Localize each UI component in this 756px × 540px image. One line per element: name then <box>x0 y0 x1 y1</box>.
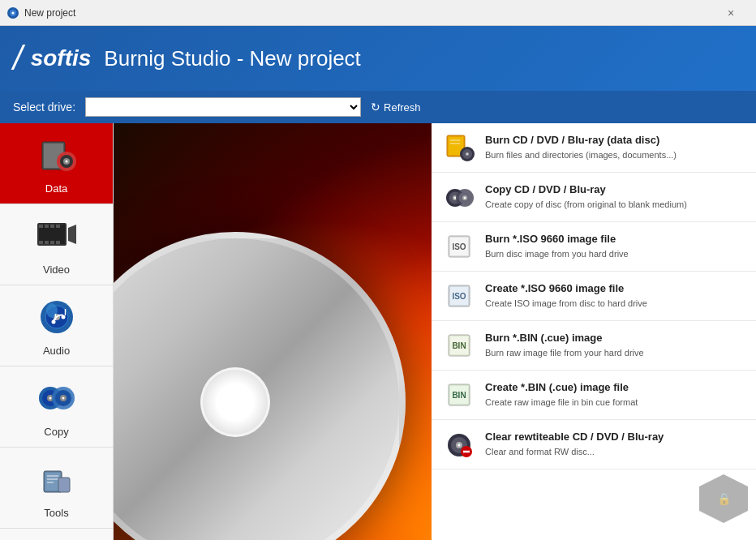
content-area: Burn CD / DVD / Blu-ray (data disc) Burn… <box>114 123 756 540</box>
logo-slash: / <box>13 41 23 75</box>
title-bar: New project × <box>0 0 756 26</box>
svg-point-57 <box>464 197 466 199</box>
watermark-shield: 🔒 <box>699 474 748 523</box>
svg-text:ISO: ISO <box>452 242 466 251</box>
copy-icon <box>34 375 79 421</box>
data-icon <box>34 132 79 178</box>
sidebar-item-data[interactable]: Data <box>0 123 113 204</box>
burn-cd-dvd-icon <box>443 131 475 164</box>
video-icon <box>34 213 79 259</box>
svg-marker-11 <box>68 225 76 244</box>
svg-text:ISO: ISO <box>452 292 466 301</box>
create-bin-desc: Create raw image file in bin cue format <box>485 396 745 408</box>
tools-icon <box>34 456 79 502</box>
svg-point-24 <box>51 320 55 324</box>
create-iso-desc: Create ISO image from disc to hard drive <box>485 298 745 309</box>
drive-label: Select drive: <box>13 101 75 114</box>
menu-item-clear-rw[interactable]: Clear rewtiteable CD / DVD / Blu-ray Cle… <box>432 420 756 469</box>
sidebar-item-tools-label: Tools <box>44 507 68 519</box>
svg-point-35 <box>62 397 64 400</box>
menu-item-burn-bin[interactable]: BIN Burn *.BIN (.cue) image Burn raw ima… <box>432 321 756 371</box>
create-iso-title: Create *.ISO 9660 image file <box>485 282 745 296</box>
svg-rect-19 <box>56 241 60 244</box>
clear-rw-desc: Clear and format RW disc... <box>485 446 745 457</box>
burn-bin-title: Burn *.BIN (.cue) image <box>485 332 745 345</box>
watermark-label: anxz.com <box>707 523 741 532</box>
copy-cd-dvd-title: Copy CD / DVD / Blu-ray <box>485 183 745 197</box>
burn-bin-text: Burn *.BIN (.cue) image Burn raw image f… <box>485 332 745 358</box>
svg-point-31 <box>49 397 51 400</box>
burn-iso-desc: Burn disc image from you hard drive <box>485 248 745 259</box>
refresh-label: Refresh <box>384 101 421 114</box>
refresh-button[interactable]: ↻ Refresh <box>371 101 421 114</box>
svg-rect-12 <box>39 225 43 228</box>
menu-item-copy-cd-dvd[interactable]: Copy CD / DVD / Blu-ray Create copy of d… <box>432 173 756 222</box>
burn-bin-desc: Burn raw image file from your hard drive <box>485 347 745 358</box>
sidebar-item-audio-label: Audio <box>43 345 70 357</box>
create-bin-title: Create *.BIN (.cue) image file <box>485 381 745 395</box>
sidebar-item-video[interactable]: Video <box>0 204 113 285</box>
svg-rect-14 <box>50 225 54 228</box>
title-bar-left: New project <box>6 6 75 19</box>
svg-rect-41 <box>58 478 70 492</box>
burn-cd-dvd-text: Burn CD / DVD / Blu-ray (data disc) Burn… <box>485 134 745 161</box>
svg-point-53 <box>454 197 456 199</box>
burn-bin-icon: BIN <box>443 329 475 362</box>
svg-text:🔒: 🔒 <box>717 492 732 506</box>
sidebar: Data Video <box>0 123 114 540</box>
burn-iso-icon: ISO <box>443 230 475 263</box>
svg-point-73 <box>458 444 461 447</box>
sidebar-item-copy-label: Copy <box>44 426 68 438</box>
drive-bar: Select drive: ↻ Refresh <box>0 91 756 123</box>
svg-point-25 <box>61 315 65 319</box>
menu-item-create-bin[interactable]: BIN Create *.BIN (.cue) image file Creat… <box>432 371 756 420</box>
drive-select[interactable] <box>85 97 361 117</box>
svg-point-2 <box>12 11 15 14</box>
sidebar-item-copy[interactable]: Copy <box>0 366 113 448</box>
app-title: Burnig Studio - New project <box>104 46 360 71</box>
menu-item-burn-cd-dvd[interactable]: Burn CD / DVD / Blu-ray (data disc) Burn… <box>432 123 756 173</box>
burn-cd-dvd-desc: Burn files and directories (images, docu… <box>485 149 745 161</box>
svg-text:BIN: BIN <box>452 341 466 350</box>
burn-iso-text: Burn *.ISO 9660 image file Burn disc ima… <box>485 233 745 259</box>
sidebar-item-tools[interactable]: Tools <box>0 448 113 529</box>
app-header: / softis Burnig Studio - New project <box>0 26 756 91</box>
copy-cd-dvd-text: Copy CD / DVD / Blu-ray Create copy of d… <box>485 183 745 210</box>
menu-item-create-iso[interactable]: ISO Create *.ISO 9660 image file Create … <box>432 272 756 321</box>
logo-name: softis <box>31 45 92 71</box>
menu-item-burn-iso[interactable]: ISO Burn *.ISO 9660 image file Burn disc… <box>432 222 756 272</box>
watermark: 🔒 anxz.com <box>699 474 748 532</box>
clear-rw-title: Clear rewtiteable CD / DVD / Blu-ray <box>485 431 745 444</box>
sidebar-item-audio[interactable]: Audio <box>0 285 113 366</box>
svg-rect-16 <box>39 241 43 244</box>
burn-iso-title: Burn *.ISO 9660 image file <box>485 233 745 246</box>
sidebar-item-data-label: Data <box>45 182 67 195</box>
create-iso-text: Create *.ISO 9660 image file Create ISO … <box>485 282 745 309</box>
svg-point-8 <box>65 161 67 163</box>
sidebar-item-video-label: Video <box>43 264 70 276</box>
main-area: Data Video <box>0 123 756 540</box>
svg-rect-17 <box>45 241 49 244</box>
app-icon <box>6 6 19 19</box>
audio-icon <box>34 294 79 340</box>
logo-area: / softis <box>13 41 91 75</box>
burn-cd-dvd-title: Burn CD / DVD / Blu-ray (data disc) <box>485 134 745 148</box>
create-bin-text: Create *.BIN (.cue) image file Create ra… <box>485 381 745 408</box>
title-bar-text: New project <box>24 7 75 19</box>
close-button[interactable]: × <box>712 0 750 26</box>
svg-rect-18 <box>50 241 54 244</box>
copy-cd-dvd-icon <box>443 181 475 213</box>
copy-cd-dvd-desc: Create copy of disc (from original to bl… <box>485 199 745 210</box>
create-iso-icon: ISO <box>443 280 475 312</box>
svg-rect-15 <box>56 225 60 228</box>
clear-rw-icon <box>443 428 475 461</box>
refresh-icon: ↻ <box>371 101 380 114</box>
svg-point-47 <box>466 153 468 155</box>
create-bin-icon: BIN <box>443 379 475 411</box>
svg-rect-13 <box>45 225 49 228</box>
svg-text:BIN: BIN <box>452 391 466 400</box>
clear-rw-text: Clear rewtiteable CD / DVD / Blu-ray Cle… <box>485 431 745 457</box>
